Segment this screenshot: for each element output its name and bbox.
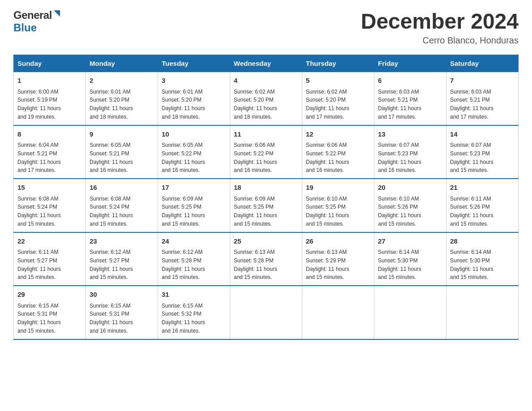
day-detail: Sunrise: 6:12 AM	[162, 249, 202, 255]
day-detail: Daylight: 11 hours	[17, 212, 61, 218]
day-detail: and 16 minutes.	[234, 167, 272, 173]
day-detail: Daylight: 11 hours	[450, 266, 493, 272]
day-number: 8	[17, 129, 82, 140]
day-detail: Daylight: 11 hours	[162, 159, 205, 165]
day-detail: Sunrise: 6:06 AM	[306, 142, 347, 148]
day-detail: Sunset: 5:31 PM	[17, 311, 57, 317]
calendar-day-cell: 24Sunrise: 6:12 AMSunset: 5:28 PMDayligh…	[158, 232, 230, 286]
day-detail: Sunrise: 6:11 AM	[17, 249, 58, 255]
logo: General Blue	[13, 9, 62, 34]
day-number: 1	[17, 76, 82, 86]
day-detail: Sunset: 5:31 PM	[90, 311, 129, 317]
calendar-day-cell: 23Sunrise: 6:12 AMSunset: 5:27 PMDayligh…	[86, 232, 158, 286]
calendar-day-cell: 30Sunrise: 6:15 AMSunset: 5:31 PMDayligh…	[86, 286, 158, 339]
day-number: 26	[306, 236, 370, 247]
day-detail: Sunset: 5:24 PM	[90, 204, 129, 210]
day-detail: and 17 minutes.	[378, 114, 416, 120]
day-number: 19	[306, 183, 370, 193]
calendar-week-row: 8Sunrise: 6:04 AMSunset: 5:21 PMDaylight…	[14, 125, 519, 179]
calendar-week-row: 15Sunrise: 6:08 AMSunset: 5:24 PMDayligh…	[14, 179, 519, 232]
header-monday: Monday	[86, 55, 158, 72]
day-detail: and 16 minutes.	[90, 167, 128, 173]
day-detail: Sunset: 5:28 PM	[234, 257, 274, 264]
calendar-table: Sunday Monday Tuesday Wednesday Thursday…	[13, 55, 519, 340]
day-detail: Sunrise: 6:10 AM	[306, 196, 347, 202]
calendar-day-cell: 15Sunrise: 6:08 AMSunset: 5:24 PMDayligh…	[14, 179, 86, 232]
day-detail: and 17 minutes.	[306, 114, 344, 120]
calendar-day-cell: 9Sunrise: 6:05 AMSunset: 5:21 PMDaylight…	[86, 125, 158, 179]
day-detail: Sunrise: 6:14 AM	[378, 249, 419, 255]
day-detail: Daylight: 11 hours	[17, 319, 61, 325]
day-detail: Sunset: 5:21 PM	[17, 150, 57, 157]
day-number: 5	[306, 76, 370, 86]
day-detail: Sunrise: 6:03 AM	[378, 89, 419, 95]
day-detail: Daylight: 11 hours	[378, 105, 421, 111]
calendar-day-cell: 6Sunrise: 6:03 AMSunset: 5:21 PMDaylight…	[374, 72, 446, 125]
calendar-day-cell	[230, 286, 302, 339]
day-detail: Sunrise: 6:07 AM	[378, 142, 419, 148]
day-detail: Sunset: 5:25 PM	[234, 204, 274, 210]
day-detail: Daylight: 11 hours	[90, 319, 133, 325]
day-detail: Sunrise: 6:13 AM	[306, 249, 347, 255]
day-detail: and 15 minutes.	[234, 221, 272, 227]
day-number: 10	[162, 129, 226, 140]
day-detail: Sunset: 5:20 PM	[90, 97, 129, 103]
day-number: 12	[306, 129, 370, 140]
day-number: 31	[162, 290, 226, 300]
day-detail: Sunset: 5:29 PM	[306, 257, 346, 264]
day-detail: Daylight: 11 hours	[17, 105, 61, 111]
calendar-day-cell: 4Sunrise: 6:02 AMSunset: 5:20 PMDaylight…	[230, 72, 302, 125]
day-detail: and 19 minutes.	[17, 114, 56, 120]
day-detail: and 15 minutes.	[90, 274, 128, 280]
day-detail: Sunset: 5:22 PM	[162, 150, 202, 157]
day-number: 4	[234, 76, 298, 86]
day-detail: Daylight: 11 hours	[306, 212, 349, 218]
day-number: 3	[162, 76, 226, 86]
day-detail: Daylight: 11 hours	[234, 105, 277, 111]
day-detail: Daylight: 11 hours	[90, 212, 133, 218]
day-detail: Daylight: 11 hours	[378, 212, 421, 218]
day-detail: Sunrise: 6:05 AM	[90, 142, 130, 148]
header-row: Sunday Monday Tuesday Wednesday Thursday…	[14, 55, 519, 72]
calendar-day-cell: 25Sunrise: 6:13 AMSunset: 5:28 PMDayligh…	[230, 232, 302, 286]
day-detail: Sunrise: 6:08 AM	[17, 196, 58, 202]
header-sunday: Sunday	[14, 55, 86, 72]
day-detail: Daylight: 11 hours	[90, 159, 133, 165]
day-detail: Daylight: 11 hours	[17, 266, 61, 272]
day-detail: Sunrise: 6:03 AM	[450, 89, 491, 95]
day-detail: and 15 minutes.	[378, 221, 416, 227]
calendar-day-cell: 1Sunrise: 6:00 AMSunset: 5:19 PMDaylight…	[14, 72, 86, 125]
day-detail: Sunrise: 6:12 AM	[90, 249, 130, 255]
day-detail: and 15 minutes.	[162, 274, 200, 280]
day-detail: Daylight: 11 hours	[162, 105, 205, 111]
day-detail: Sunrise: 6:10 AM	[378, 196, 419, 202]
calendar-day-cell: 14Sunrise: 6:07 AMSunset: 5:23 PMDayligh…	[446, 125, 519, 179]
calendar-body: 1Sunrise: 6:00 AMSunset: 5:19 PMDaylight…	[14, 72, 519, 339]
calendar-day-cell: 22Sunrise: 6:11 AMSunset: 5:27 PMDayligh…	[14, 232, 86, 286]
day-detail: Sunrise: 6:14 AM	[450, 249, 491, 255]
calendar-week-row: 1Sunrise: 6:00 AMSunset: 5:19 PMDaylight…	[14, 72, 519, 125]
page-header: General Blue December 2024 Cerro Blanco,…	[13, 9, 519, 46]
day-detail: Sunset: 5:30 PM	[378, 257, 418, 264]
calendar-day-cell: 26Sunrise: 6:13 AMSunset: 5:29 PMDayligh…	[302, 232, 374, 286]
day-detail: Sunset: 5:28 PM	[162, 257, 202, 264]
day-detail: and 16 minutes.	[162, 328, 200, 334]
day-detail: Sunset: 5:25 PM	[306, 204, 346, 210]
day-detail: Sunset: 5:25 PM	[162, 204, 202, 210]
calendar-day-cell: 17Sunrise: 6:09 AMSunset: 5:25 PMDayligh…	[158, 179, 230, 232]
day-detail: Daylight: 11 hours	[306, 266, 349, 272]
day-detail: and 15 minutes.	[306, 274, 344, 280]
calendar-week-row: 22Sunrise: 6:11 AMSunset: 5:27 PMDayligh…	[14, 232, 519, 286]
day-detail: Sunset: 5:21 PM	[378, 97, 418, 103]
logo-blue-text: Blue	[13, 21, 37, 34]
day-detail: and 16 minutes.	[162, 167, 200, 173]
calendar-day-cell	[374, 286, 446, 339]
day-detail: Daylight: 11 hours	[306, 159, 349, 165]
day-detail: Daylight: 11 hours	[450, 105, 493, 111]
day-number: 17	[162, 183, 226, 193]
day-number: 28	[450, 236, 515, 247]
day-detail: Sunset: 5:27 PM	[90, 257, 129, 264]
day-number: 16	[90, 183, 154, 193]
calendar-day-cell	[446, 286, 519, 339]
day-number: 18	[234, 183, 298, 193]
